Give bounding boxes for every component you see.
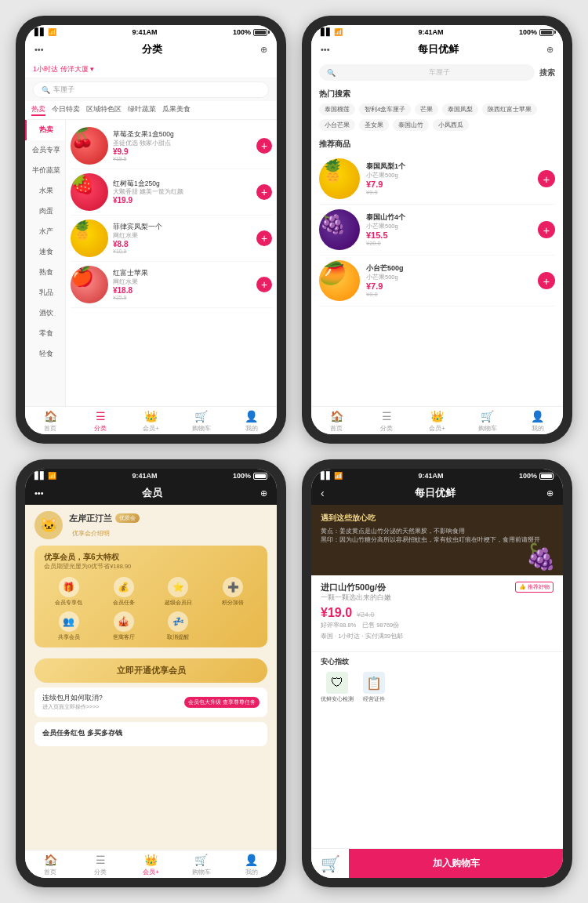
- tab-bar-3: 🏠 首页 ☰ 分类 👑 会员+ 🛒 购物车 👤 我的: [25, 850, 277, 878]
- search-box-1[interactable]: 🔍 车厘子: [33, 82, 269, 98]
- cart-icon-btn-4[interactable]: 🛒: [311, 849, 349, 878]
- signal-icon-3: ▋▋: [34, 472, 45, 480]
- more-icon-2[interactable]: ⊕: [546, 45, 554, 55]
- sidebar-item-11[interactable]: 轻食: [25, 344, 65, 364]
- sidebar-item-4[interactable]: 肉蛋: [25, 201, 65, 222]
- add-btn-3[interactable]: +: [256, 277, 272, 292]
- cancel-title: 连续包月如何取消?: [42, 694, 103, 703]
- tab-vip-1[interactable]: 👑 会员+: [125, 410, 176, 433]
- add-btn-2[interactable]: +: [256, 230, 272, 246]
- search-btn-2[interactable]: 搜索: [539, 67, 555, 78]
- p2-add-btn-2[interactable]: +: [538, 272, 555, 289]
- tab-vip-2[interactable]: 👑 会员+: [412, 410, 462, 433]
- sidebar-item-8[interactable]: 乳品: [25, 283, 65, 303]
- sidebar-item-3[interactable]: 水果: [25, 181, 65, 201]
- p2-add-btn-0[interactable]: +: [538, 170, 555, 187]
- product-item-1[interactable]: 🍓 红树莓1盒250g 大颗香甜 媲美一筐为红颜 ¥19.9 +: [71, 169, 272, 216]
- status-time-1: 9:41AM: [132, 28, 157, 36]
- sidebar-1: 热卖 会员专享 半价蔬菜 水果 肉蛋 水产 速食 熟食 乳品 酒饮 零食 轻食: [25, 120, 66, 406]
- perk-icon-4: 👥: [59, 611, 79, 632]
- recommend-badge-4: 👍 推荐好物: [515, 582, 554, 593]
- tab-home-3[interactable]: 🏠 首页: [25, 854, 75, 876]
- tab-me-1[interactable]: 👤 我的: [227, 410, 277, 433]
- more-icon[interactable]: ⊕: [260, 45, 267, 55]
- tab-category-1[interactable]: ☰ 分类: [75, 410, 125, 433]
- search-box-2[interactable]: 🔍 车厘子: [319, 64, 535, 81]
- perk-4[interactable]: 👥 共享会员: [44, 611, 94, 641]
- perk-3[interactable]: ➕ 积分加倍: [208, 577, 258, 607]
- hot-tag-8[interactable]: 小凤西瓜: [433, 119, 469, 131]
- dots-icon-2[interactable]: •••: [321, 45, 330, 54]
- sidebar-item-5[interactable]: 水产: [25, 222, 65, 242]
- product-item-3[interactable]: 🍎 红富士苹果 网红水果 ¥18.8 ¥25.9 +: [71, 262, 272, 308]
- product-item-2[interactable]: 🍍 菲律宾凤梨一个 网红水果 ¥8.8 ¥10.9 +: [71, 216, 272, 262]
- hot-tag-4[interactable]: 陕西红富士苹果: [482, 103, 537, 115]
- sidebar-item-7[interactable]: 熟食: [25, 263, 65, 283]
- sidebar-item-10[interactable]: 零食: [25, 324, 65, 344]
- tab-fruit[interactable]: 瓜果美食: [162, 104, 191, 116]
- p2-add-btn-1[interactable]: +: [538, 221, 555, 238]
- tab-cart-2[interactable]: 🛒 购物车: [463, 410, 513, 433]
- tab-cart-1[interactable]: 🛒 购物车: [176, 410, 227, 433]
- vip-icon-3: 👑: [144, 854, 158, 866]
- tab-me-3[interactable]: 👤 我的: [227, 854, 277, 876]
- product-item-0[interactable]: 🍒 草莓圣女果1盒500g 圣徒优选 独家小甜点 ¥9.9 ¥19.9 +: [71, 123, 272, 169]
- tab-cat-3[interactable]: ☰ 分类: [75, 854, 125, 876]
- add-cart-btn-4[interactable]: 加入购物车: [349, 849, 563, 878]
- tab-cart-label-1: 购物车: [192, 424, 211, 433]
- avatar-3: 🐱: [34, 511, 63, 539]
- hot-tag-3[interactable]: 泰国凤梨: [442, 103, 478, 115]
- activate-btn[interactable]: 立即开通优享会员: [34, 658, 267, 683]
- status-bar-4: ▋▋ 📶 9:41AM 100%: [311, 469, 563, 483]
- hot-tag-7[interactable]: 泰国山竹: [393, 119, 429, 131]
- tab-today[interactable]: 今日特卖: [52, 104, 80, 116]
- sidebar-item-1[interactable]: 会员专享: [25, 140, 65, 161]
- p2-product-price-0: ¥7.9: [366, 180, 532, 189]
- tab-category-label-1: 分类: [94, 424, 107, 433]
- tab-me-2[interactable]: 👤 我的: [513, 410, 563, 433]
- sidebar-item-6[interactable]: 速食: [25, 242, 65, 263]
- sidebar-item-0[interactable]: 热卖: [25, 120, 65, 140]
- top-nav-1: ••• 分类 ⊕: [25, 39, 277, 61]
- tab-vip-3[interactable]: 👑 会员+: [125, 854, 176, 876]
- phone-3: ▋▋ 📶 9:41AM 100% ••• 会员 ⊕ 🐱: [16, 459, 286, 887]
- tab-hot[interactable]: 热卖: [31, 104, 45, 116]
- phone-4: ▋▋ 📶 9:41AM 100% ‹ 每日优鲜 ⊕ 遇到这些放心吃: [302, 459, 572, 887]
- sidebar-item-9[interactable]: 酒饮: [25, 303, 65, 324]
- tab-region[interactable]: 区域特色区: [86, 104, 122, 116]
- p2-product-item-1[interactable]: 🍇 泰国山竹4个 小芒果500g ¥15.5 ¥20.0 +: [319, 205, 555, 256]
- perk-5[interactable]: 🎪 世寓客厅: [99, 611, 149, 641]
- tab-cart-3[interactable]: 🛒 购物车: [176, 854, 227, 876]
- breadcrumb-text-1: 1小时达 传洋大厦 ▾: [33, 64, 94, 74]
- perk-icon-6: 💤: [168, 611, 188, 632]
- hot-tag-5[interactable]: 小台芒果: [319, 119, 355, 131]
- more-icon-3[interactable]: ⊕: [260, 488, 267, 499]
- add-btn-1[interactable]: +: [256, 184, 272, 200]
- p2-emoji-0: 🍍: [319, 159, 347, 183]
- tab-cat-2[interactable]: ☰ 分类: [361, 410, 412, 433]
- perk-2[interactable]: ⭐ 超级会员日: [154, 577, 204, 607]
- p2-product-item-0[interactable]: 🍍 泰国凤梨1个 小芒果500g ¥7.9 ¥9.9 +: [319, 154, 555, 205]
- dots-icon[interactable]: •••: [34, 45, 44, 54]
- vip-link-3[interactable]: 优享会介绍明: [72, 530, 110, 537]
- hot-tag-6[interactable]: 圣女果: [359, 119, 389, 131]
- recommend-title-2: 推荐商品: [319, 139, 555, 150]
- add-btn-0[interactable]: +: [256, 138, 272, 154]
- cat-icon-2: ☰: [382, 410, 392, 422]
- tab-home-1[interactable]: 🏠 首页: [25, 410, 75, 433]
- safe-item-1: 📋 经营证件: [363, 672, 385, 703]
- more-icon-4[interactable]: ⊕: [546, 488, 554, 499]
- perk-0[interactable]: 🎁 会员专享包: [44, 577, 94, 607]
- hot-tag-1[interactable]: 智利4盒车厘子: [359, 103, 411, 115]
- tab-home-2[interactable]: 🏠 首页: [311, 410, 361, 433]
- hot-tag-2[interactable]: 芒果: [415, 103, 438, 115]
- hot-tag-0[interactable]: 泰国榴莲: [319, 103, 355, 115]
- vip-icon-1: 👑: [144, 410, 158, 422]
- p2-product-item-2[interactable]: 🥭 小台芒500g 小芒果500g ¥7.9 ¥8.0 +: [319, 256, 555, 306]
- perk-6[interactable]: 💤 取消提醒: [154, 611, 204, 641]
- breadcrumb-1[interactable]: 1小时达 传洋大厦 ▾: [25, 61, 277, 78]
- dots-icon-3[interactable]: •••: [34, 488, 44, 498]
- perk-1[interactable]: 💰 会员任务: [99, 577, 149, 607]
- sidebar-item-2[interactable]: 半价蔬菜: [25, 161, 65, 181]
- tab-green[interactable]: 绿叶蔬菜: [128, 104, 156, 116]
